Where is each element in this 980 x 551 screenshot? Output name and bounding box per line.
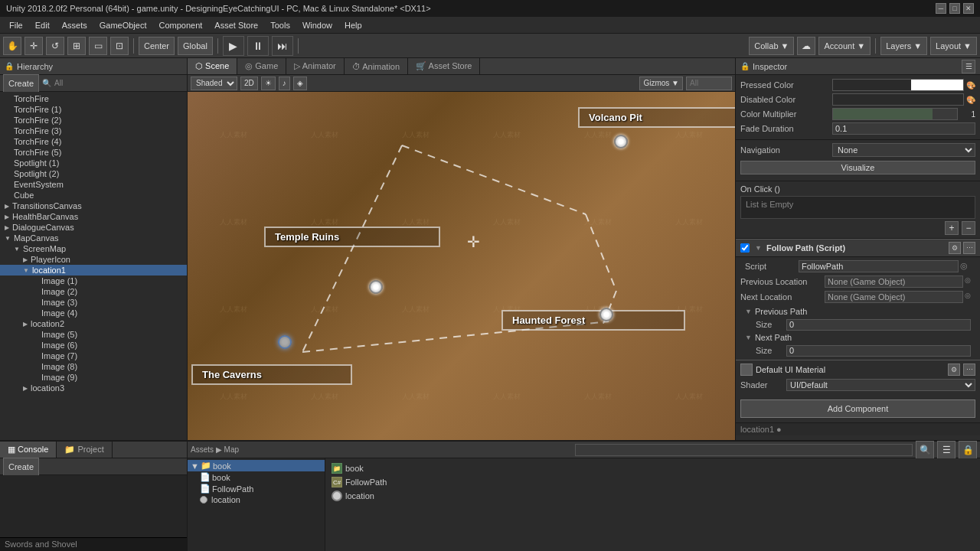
- global-toggle-btn[interactable]: Global: [178, 37, 213, 55]
- hierarchy-item[interactable]: Cube: [0, 190, 187, 201]
- gizmos-btn[interactable]: Gizmos ▼: [639, 77, 683, 90]
- hierarchy-item[interactable]: Image (5): [0, 329, 187, 340]
- hierarchy-item[interactable]: TorchFire (5): [0, 147, 187, 158]
- next-location-link-icon[interactable]: ◎: [965, 292, 975, 302]
- menu-assetstore[interactable]: Asset Store: [208, 19, 264, 31]
- layers-dropdown[interactable]: Layers ▼: [880, 37, 927, 55]
- project-tab[interactable]: 📁 Project: [57, 442, 112, 458]
- layout-dropdown[interactable]: Layout ▼: [930, 37, 977, 55]
- hierarchy-item[interactable]: ▶location2: [0, 318, 187, 329]
- project-lock-icon[interactable]: 🔒: [959, 441, 977, 459]
- center-toggle-btn[interactable]: Center: [139, 37, 175, 55]
- hierarchy-item[interactable]: ▶TransitionsCanvas: [0, 201, 187, 211]
- previous-path-size-input[interactable]: [786, 319, 971, 331]
- prev-location-link-icon[interactable]: ◎: [965, 276, 975, 287]
- hierarchy-item[interactable]: EventSystem: [0, 179, 187, 190]
- follow-path-more-icon[interactable]: ⋯: [963, 242, 975, 254]
- hand-tool-btn[interactable]: ✋: [3, 37, 21, 55]
- window-controls[interactable]: ─ □ ✕: [936, 3, 974, 14]
- effects-toggle-btn[interactable]: ◈: [293, 77, 307, 90]
- lighting-toggle-btn[interactable]: ☀: [261, 77, 276, 90]
- tree-item-book-child[interactable]: 📄 book: [188, 471, 325, 483]
- file-followpath[interactable]: C# FollowPath: [328, 475, 977, 489]
- minimize-btn[interactable]: ─: [936, 3, 946, 14]
- hierarchy-item[interactable]: Image (3): [0, 297, 187, 308]
- account-btn[interactable]: Account ▼: [818, 37, 871, 55]
- file-book[interactable]: 📁 book: [328, 461, 977, 475]
- pause-btn[interactable]: ⏸: [247, 36, 269, 56]
- cloud-btn[interactable]: ☁: [797, 37, 815, 55]
- tree-item-book-root[interactable]: ▼ 📁 book: [188, 460, 325, 471]
- pressed-color-field[interactable]: [832, 79, 964, 91]
- hierarchy-item[interactable]: Image (7): [0, 350, 187, 361]
- location-dot-3[interactable]: [599, 308, 613, 321]
- rotate-tool-btn[interactable]: ↺: [46, 37, 64, 55]
- menu-assets[interactable]: Assets: [56, 19, 93, 31]
- 2d-toggle-btn[interactable]: 2D: [240, 77, 258, 90]
- next-path-header[interactable]: ▼ Next Path: [740, 331, 975, 344]
- fade-duration-input[interactable]: [832, 122, 975, 135]
- tab-animator[interactable]: ▷ Animator: [286, 58, 344, 74]
- color-multiplier-slider[interactable]: [832, 108, 958, 120]
- script-link-icon[interactable]: ◎: [960, 261, 971, 272]
- material-more-icon[interactable]: ⋯: [963, 364, 975, 376]
- disabled-color-picker-icon[interactable]: 🎨: [966, 96, 975, 104]
- rect-tool-btn[interactable]: ▭: [89, 37, 107, 55]
- console-tab[interactable]: ▦ Console: [0, 442, 57, 458]
- hierarchy-item[interactable]: Image (1): [0, 276, 187, 286]
- location-dot-2[interactable]: [369, 280, 383, 294]
- project-filter-icon[interactable]: ☰: [937, 441, 956, 459]
- disabled-color-field[interactable]: [832, 93, 964, 106]
- tab-animation[interactable]: ⏱ Animation: [345, 58, 408, 74]
- tree-item-location[interactable]: location: [188, 494, 325, 505]
- hierarchy-item[interactable]: TorchFire (2): [0, 115, 187, 126]
- hierarchy-item[interactable]: ▶PlayerIcon: [0, 254, 187, 265]
- follow-path-toggle[interactable]: [740, 243, 750, 253]
- follow-path-settings-icon[interactable]: ⚙: [949, 242, 961, 254]
- menu-gameobject[interactable]: GameObject: [93, 19, 153, 31]
- shading-mode-select[interactable]: Shaded: [191, 77, 237, 90]
- tab-game[interactable]: ◎ Game: [237, 58, 286, 74]
- hierarchy-item[interactable]: Spotlight (1): [0, 158, 187, 168]
- hierarchy-item[interactable]: Image (4): [0, 308, 187, 318]
- hierarchy-item[interactable]: Spotlight (2): [0, 168, 187, 179]
- next-path-size-input[interactable]: [786, 345, 971, 357]
- temple-ruins-label[interactable]: Temple Ruins: [264, 227, 440, 247]
- shader-select[interactable]: UI/Default: [786, 379, 975, 391]
- volcano-pit-label[interactable]: Volcano Pit: [578, 107, 735, 128]
- hierarchy-item[interactable]: TorchFire (3): [0, 126, 187, 136]
- location-dot-1[interactable]: [614, 135, 628, 148]
- menu-edit[interactable]: Edit: [29, 19, 56, 31]
- material-settings-icon[interactable]: ⚙: [948, 364, 960, 376]
- previous-path-header[interactable]: ▼ Previous Path: [740, 305, 975, 318]
- scene-search-input[interactable]: [686, 77, 732, 90]
- follow-path-section-header[interactable]: ▼ Follow Path (Script) ⚙ ⋯: [736, 239, 980, 257]
- hierarchy-item[interactable]: ▼MapCanvas: [0, 233, 187, 243]
- hierarchy-item[interactable]: Image (9): [0, 372, 187, 383]
- add-component-btn[interactable]: Add Component: [740, 399, 975, 418]
- play-btn[interactable]: ▶: [223, 36, 244, 56]
- the-caverns-label[interactable]: The Caverns: [191, 364, 352, 385]
- hierarchy-item[interactable]: TorchFire: [0, 93, 187, 104]
- navigation-select[interactable]: None Horizontal Vertical Automatic Expli…: [832, 143, 975, 157]
- tab-assetstore[interactable]: 🛒 Asset Store: [408, 58, 480, 74]
- hierarchy-item[interactable]: TorchFire (4): [0, 136, 187, 147]
- hierarchy-item[interactable]: ▼ScreenMap: [0, 243, 187, 254]
- transform-tool-btn[interactable]: ⊡: [110, 37, 129, 55]
- hierarchy-item[interactable]: ▶location3: [0, 383, 187, 393]
- menu-window[interactable]: Window: [296, 19, 338, 31]
- menu-tools[interactable]: Tools: [264, 19, 296, 31]
- project-search-icon[interactable]: 🔍: [916, 441, 934, 459]
- scale-tool-btn[interactable]: ⊞: [67, 37, 86, 55]
- menu-help[interactable]: Help: [338, 19, 368, 31]
- collab-btn[interactable]: Collab ▼: [749, 37, 794, 55]
- audio-toggle-btn[interactable]: ♪: [279, 77, 290, 90]
- hierarchy-item[interactable]: ▶DialogueCanvas: [0, 222, 187, 233]
- menu-component[interactable]: Component: [152, 19, 208, 31]
- hierarchy-item[interactable]: Image (6): [0, 340, 187, 350]
- haunted-forest-label[interactable]: Haunted Forest: [501, 310, 685, 331]
- tab-scene[interactable]: ⬡ Scene: [188, 58, 237, 74]
- project-search-input[interactable]: [575, 444, 913, 456]
- file-location[interactable]: location: [328, 489, 977, 503]
- hierarchy-create-btn[interactable]: Create: [3, 74, 39, 93]
